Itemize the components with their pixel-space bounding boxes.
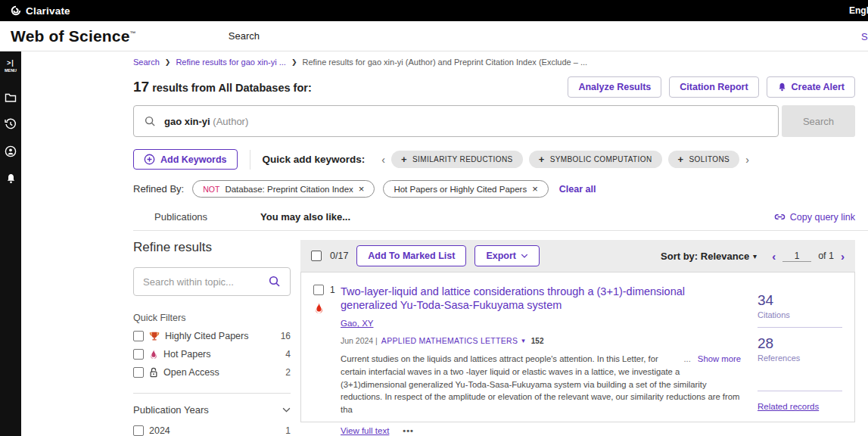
citations-label: Citations [758, 310, 842, 319]
year-label: 2024 [149, 425, 170, 436]
remove-refinement-icon[interactable]: × [532, 184, 538, 194]
divider [758, 327, 842, 328]
keyword-chip[interactable]: +SIMILARITY REDUCTIONS [391, 151, 523, 168]
notifications-bell-icon[interactable] [5, 173, 17, 185]
copy-query-link[interactable]: Copy query link [774, 212, 855, 223]
account-icon[interactable] [5, 145, 17, 157]
breadcrumb-separator: ❯ [291, 58, 297, 66]
result-date: Jun 2024 | [341, 336, 378, 345]
link-icon [774, 213, 786, 220]
breadcrumb-search-link[interactable]: Search [133, 58, 160, 67]
divider [758, 391, 842, 391]
abstract-ellipsis: ... [683, 354, 690, 363]
refinement-chip: Hot Papers or Highly Cited Papers × [383, 180, 548, 198]
search-icon[interactable] [269, 276, 281, 288]
result-checkbox[interactable] [313, 285, 324, 295]
create-alert-button[interactable]: Create Alert [767, 76, 855, 98]
add-to-marked-list-button[interactable]: Add To Marked List [356, 245, 466, 266]
highly-cited-checkbox[interactable] [133, 331, 144, 341]
pagination: ‹ of 1 › [772, 250, 845, 263]
clear-all-link[interactable]: Clear all [559, 184, 596, 195]
refine-search-box [133, 267, 291, 296]
caret-down-icon: ▾ [753, 252, 757, 260]
references-count[interactable]: 28 [758, 335, 842, 352]
divider [133, 230, 868, 231]
hot-paper-flame-icon [314, 302, 341, 314]
select-all-checkbox[interactable] [311, 251, 322, 261]
more-options-icon[interactable]: ••• [403, 426, 414, 435]
menu-toggle[interactable]: >| MENU [5, 59, 17, 73]
filter-count: 4 [285, 349, 291, 360]
history-icon[interactable] [5, 118, 17, 130]
page-number-input[interactable] [782, 251, 811, 262]
language-selector[interactable]: English [849, 5, 868, 16]
result-abstract: ...Show more Current studies on the liqu… [341, 353, 741, 416]
results-count: 17 [133, 79, 149, 95]
search-query-box[interactable]: gao xin-yi (Author) [133, 105, 779, 137]
quick-keywords-row: Add Keywords Quick add keywords: ‹ +SIMI… [133, 149, 855, 170]
open-access-checkbox[interactable] [133, 367, 144, 378]
export-dropdown-button[interactable]: Export [474, 245, 540, 266]
filter-label: Open Access [163, 367, 219, 378]
result-metrics-column: 34 Citations 28 References Related recor… [758, 285, 842, 413]
view-full-text-link[interactable]: View full text [341, 426, 389, 435]
refine-results-title: Refine results [133, 240, 291, 255]
results-list: 0/17 Add To Marked List Export Sort by: … [300, 240, 855, 436]
keyword-chip[interactable]: +SOLITONS [668, 151, 740, 168]
citation-report-button[interactable]: Citation Report [669, 76, 758, 98]
refine-search-input[interactable] [143, 276, 263, 288]
related-records-link[interactable]: Related records [758, 402, 819, 411]
divider [133, 393, 291, 394]
result-metric: 152 [531, 337, 544, 345]
breadcrumb: Search ❯ Refine results for gao xin-yi .… [133, 58, 855, 67]
refine-panel: Refine results Quick Filters Highly Cite… [133, 240, 291, 436]
analyze-results-button[interactable]: Analyze Results [568, 76, 661, 98]
search-button[interactable]: Search [782, 105, 855, 137]
sign-in-link[interactable]: Sign In [861, 31, 868, 42]
top-bar: Clarivate English [0, 0, 868, 21]
result-journal-link[interactable]: APPLIED MATHEMATICS LETTERS [381, 336, 518, 345]
year-2024-checkbox[interactable] [133, 425, 144, 436]
filter-count: 2 [285, 367, 291, 378]
result-index: 1 [330, 285, 335, 295]
nav-search-link[interactable]: Search [229, 30, 260, 42]
publication-years-section[interactable]: Publication Years [133, 404, 291, 416]
search-query-field: (Author) [213, 116, 248, 127]
open-lock-icon [149, 367, 158, 378]
tab-you-may-also-like[interactable]: You may also like... [260, 211, 350, 223]
next-page-icon[interactable]: › [841, 250, 845, 263]
result-card: 1 Two-layer-liquid and lattice considera… [300, 272, 855, 422]
breadcrumb-separator: ❯ [165, 58, 171, 66]
breadcrumb-current: Refine results for gao xin-yi (Author) a… [302, 58, 587, 67]
filter-hot-papers: Hot Papers 4 [133, 349, 291, 360]
refined-by-label: Refined By: [133, 183, 184, 195]
keyword-chip[interactable]: +SYMBOLIC COMPUTATION [529, 151, 662, 168]
results-toolbar: 0/17 Add To Marked List Export Sort by: … [300, 240, 855, 272]
show-more-link[interactable]: Show more [698, 354, 741, 363]
prev-page-icon[interactable]: ‹ [772, 250, 776, 263]
filter-label: Highly Cited Papers [165, 331, 248, 341]
add-keywords-button[interactable]: Add Keywords [133, 149, 238, 170]
citations-count[interactable]: 34 [758, 292, 842, 309]
trophy-icon [149, 332, 160, 341]
chevron-left-icon[interactable]: ‹ [375, 154, 391, 166]
result-title-link[interactable]: Two-layer-liquid and lattice considerati… [341, 285, 741, 312]
quick-filters-label: Quick Filters [133, 313, 291, 323]
hot-papers-checkbox[interactable] [133, 349, 144, 360]
sort-by-dropdown[interactable]: Sort by: Relevance ▾ [661, 251, 757, 262]
chevron-right-icon[interactable]: › [739, 154, 755, 166]
folder-icon[interactable] [5, 92, 17, 103]
web-of-science-logo[interactable]: Web of Science™ [11, 27, 136, 45]
journal-caret-icon[interactable]: ▾ [521, 337, 525, 344]
references-label: References [758, 353, 842, 363]
breadcrumb-refine-link[interactable]: Refine results for gao xin-yi ... [176, 58, 286, 67]
result-author-link[interactable]: Gao, XY [341, 319, 373, 328]
not-operator-badge: NOT [203, 185, 219, 194]
results-header: 17results from All Databases for: Analyz… [133, 76, 855, 98]
page-total: of 1 [818, 251, 834, 261]
clarivate-logo[interactable]: Clarivate [11, 5, 70, 17]
tab-publications[interactable]: Publications [154, 211, 207, 223]
chevron-down-icon [282, 407, 291, 413]
quick-add-label: Quick add keywords: [263, 154, 366, 165]
remove-refinement-icon[interactable]: × [359, 184, 365, 194]
